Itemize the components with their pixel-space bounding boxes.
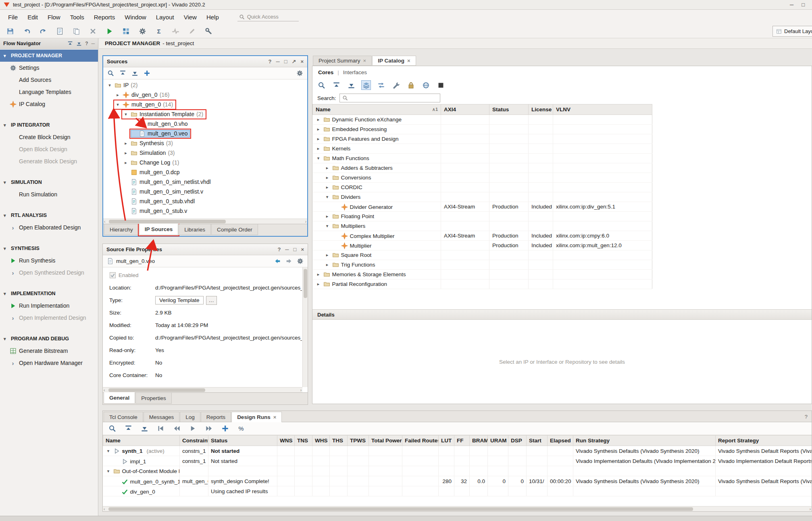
column-header-start[interactable]: Start: [527, 436, 548, 446]
flow-item-open-elaborated-design[interactable]: ›Open Elaborated Design: [0, 221, 98, 233]
collapse-all-icon[interactable]: [123, 423, 133, 434]
tab-hierarchy[interactable]: Hierarchy: [104, 224, 139, 235]
ip-catalog-row[interactable]: ▾Dividers: [313, 192, 652, 202]
flow-item-run-synthesis[interactable]: Run Synthesis: [0, 254, 98, 267]
minimize-icon[interactable]: ─: [91, 41, 95, 46]
tree-item[interactable]: ▾mult_gen_0(14): [103, 100, 307, 109]
column-header-failed-routes[interactable]: Failed Routes: [402, 436, 439, 446]
column-header-vlnv[interactable]: VLNV: [553, 104, 652, 115]
chevron-down-icon[interactable]: ▾: [325, 194, 330, 200]
ip-catalog-row[interactable]: ▸Adders & Subtracters: [313, 163, 652, 173]
tab-design-runs[interactable]: Design Runs×: [231, 412, 282, 422]
sfp-panel-header[interactable]: Source File Properties ?─□×: [103, 244, 308, 255]
ip-search-input[interactable]: [350, 95, 437, 101]
tree-item[interactable]: mult_gen_0.veo: [103, 129, 307, 138]
column-header-name[interactable]: Name: [103, 436, 180, 446]
run-row[interactable]: ▾synth_1(active)constrs_1Not startedViva…: [103, 446, 812, 456]
view-interfaces[interactable]: Interfaces: [343, 69, 367, 75]
help-icon[interactable]: ?: [805, 414, 808, 420]
run-row[interactable]: impl_1constrs_1Not startedVivado Impleme…: [103, 456, 812, 466]
tree-item[interactable]: mult_gen_0_stub.vhdl: [103, 196, 307, 206]
column-header-name[interactable]: Name∧1: [313, 104, 441, 115]
scrollbar-thumb[interactable]: [108, 507, 693, 511]
wrench-icon[interactable]: [391, 80, 401, 90]
step-first-icon[interactable]: [155, 423, 166, 434]
tree-item[interactable]: ▸Synthesis(3): [103, 138, 307, 148]
flow-section-ip-integrator[interactable]: ▾IP INTEGRATOR: [0, 119, 98, 131]
ip-catalog-row[interactable]: ▸Trig Functions: [313, 260, 652, 270]
menu-window[interactable]: Window: [120, 12, 151, 23]
float-icon[interactable]: □: [294, 246, 297, 252]
type-input[interactable]: Verilog Template: [155, 296, 204, 304]
chevron-right-icon[interactable]: ▸: [325, 252, 330, 258]
gear-icon[interactable]: [296, 70, 303, 77]
close-icon[interactable]: ×: [273, 414, 277, 420]
percent-icon[interactable]: %: [236, 423, 246, 434]
ip-catalog-row[interactable]: MultiplierProductionIncludedxilinx.com:i…: [313, 241, 652, 250]
chevron-right-icon[interactable]: ▸: [316, 146, 321, 151]
chevron-right-icon[interactable]: ▸: [123, 160, 129, 165]
view-cores[interactable]: Cores: [318, 69, 333, 75]
tab-log[interactable]: Log: [180, 412, 200, 422]
flow-section-program-and-debug[interactable]: ▾PROGRAM AND DEBUG: [0, 333, 98, 345]
ip-catalog-row[interactable]: ▸CORDIC: [313, 183, 652, 192]
column-header-elapsed[interactable]: Elapsed: [548, 436, 573, 446]
run-row[interactable]: mult_gen_0_synth_1mult_gen_0synth_design…: [103, 476, 812, 486]
flow-item-generate-bitstream[interactable]: Generate Bitstream: [0, 345, 98, 357]
tab-ip-catalog[interactable]: IP Catalog×: [372, 56, 416, 66]
scroll-right-icon[interactable]: ›: [300, 388, 302, 392]
ip-catalog-row[interactable]: ▸Partial Reconfiguration: [313, 279, 652, 289]
tree-item[interactable]: ▸Simulation(3): [103, 148, 307, 158]
sum-icon[interactable]: Σ: [154, 26, 164, 36]
column-header-status[interactable]: Status: [208, 436, 277, 446]
step-icon[interactable]: [121, 26, 131, 36]
flow-item-ip-catalog[interactable]: IP Catalog: [0, 98, 98, 110]
tab-libraries[interactable]: Libraries: [179, 224, 211, 235]
lock-icon[interactable]: [406, 80, 416, 90]
tab-compile-order[interactable]: Compile Order: [211, 224, 258, 235]
back-icon[interactable]: [274, 258, 281, 265]
column-header-license[interactable]: License: [529, 104, 553, 115]
more-options-button[interactable]: …: [206, 296, 217, 305]
chevron-right-icon[interactable]: ▸: [316, 136, 321, 142]
flow-item-language-templates[interactable]: Language Templates: [0, 86, 98, 98]
flow-section-implementation[interactable]: ▾IMPLEMENTATION: [0, 288, 98, 300]
ip-search-box[interactable]: [339, 94, 440, 102]
ip-catalog-row[interactable]: ▸FPGA Features and Design: [313, 134, 652, 144]
tree-item[interactable]: ▸Change Log(1): [103, 158, 307, 167]
scroll-left-icon[interactable]: ‹: [104, 388, 105, 392]
ip-catalog-row[interactable]: ▸Floating Point: [313, 212, 652, 221]
ip-catalog-row[interactable]: ▸Dynamic Function eXchange: [313, 115, 652, 125]
column-header-wns[interactable]: WNS: [277, 436, 295, 446]
expand-all-icon[interactable]: [131, 70, 138, 77]
ip-catalog-row[interactable]: Complex MultiplierAXI4-StreamProductionI…: [313, 231, 652, 241]
column-header-lut[interactable]: LUT: [439, 436, 454, 446]
edit-icon[interactable]: [187, 26, 197, 36]
flow-section-project-manager[interactable]: ▾PROJECT MANAGER: [0, 50, 98, 62]
world-icon[interactable]: [421, 80, 431, 90]
chevron-down-icon[interactable]: ▾: [107, 83, 112, 88]
ip-catalog-row[interactable]: ▸Kernels: [313, 144, 652, 154]
sfp-horizontal-scrollbar[interactable]: ‹›: [103, 387, 302, 392]
flow-item-open-synthesized-design[interactable]: ›Open Synthesized Design: [0, 267, 98, 279]
close-icon[interactable]: ×: [363, 58, 366, 64]
copy-icon[interactable]: [71, 26, 81, 36]
delete-icon[interactable]: [87, 26, 98, 36]
chevron-down-icon[interactable]: ▾: [325, 223, 330, 229]
tab-properties[interactable]: Properties: [135, 393, 172, 404]
minimize-icon[interactable]: ─: [285, 246, 289, 252]
expand-all-icon[interactable]: [346, 80, 356, 90]
layers-icon[interactable]: [361, 80, 371, 90]
sources-panel-header[interactable]: Sources ?─□↗×: [103, 56, 307, 67]
flow-item-generate-block-design[interactable]: Generate Block Design: [0, 155, 98, 167]
flow-item-run-simulation[interactable]: Run Simulation: [0, 188, 98, 200]
column-header-run-strategy[interactable]: Run Strategy: [573, 436, 716, 446]
scroll-left-icon[interactable]: ‹: [104, 506, 105, 512]
menu-tools[interactable]: Tools: [65, 12, 89, 23]
playg-icon[interactable]: [187, 423, 198, 434]
quick-access-input[interactable]: Quick Access: [237, 13, 299, 21]
column-header-total-power[interactable]: Total Power: [369, 436, 402, 446]
fast-backward-icon[interactable]: [171, 423, 182, 434]
tree-item[interactable]: ▾IP(2): [103, 80, 307, 90]
default-layout-button[interactable]: Default Layou: [772, 26, 812, 37]
